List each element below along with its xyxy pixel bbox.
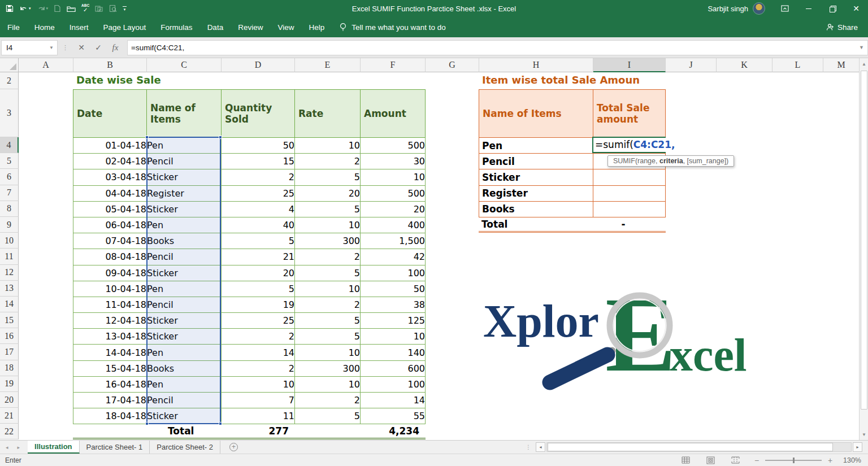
- print-preview-icon[interactable]: [109, 5, 117, 12]
- sheet-tab-parctice-sheet-2[interactable]: Parctice Sheet- 2: [150, 441, 220, 454]
- cell-B19[interactable]: 16-04-18: [73, 376, 147, 392]
- insert-function-button[interactable]: fx: [107, 40, 124, 55]
- cell-I8[interactable]: [593, 201, 666, 217]
- column-header-M[interactable]: M: [823, 58, 860, 72]
- cell-C19[interactable]: Pen: [147, 376, 222, 392]
- cell-D17[interactable]: 14: [222, 345, 295, 360]
- sheet-tab-parctice-sheet-1[interactable]: Parctice Sheet- 1: [80, 441, 150, 454]
- cell-F18[interactable]: 600: [361, 360, 426, 376]
- cell-D7[interactable]: 25: [222, 185, 295, 201]
- cell-E20[interactable]: 2: [295, 393, 361, 408]
- row-header-2[interactable]: 2: [0, 72, 19, 89]
- cell-D8[interactable]: 4: [222, 201, 295, 217]
- cell-H4[interactable]: Pen: [479, 138, 593, 154]
- cell-E7[interactable]: 20: [295, 185, 361, 201]
- vertical-scrollbar[interactable]: ▲ ▼: [859, 58, 868, 440]
- cell-F15[interactable]: 125: [361, 313, 426, 329]
- name-box[interactable]: I4 ▼: [1, 40, 58, 55]
- ribbon-tab-formulas[interactable]: Formulas: [153, 17, 199, 37]
- cell-F11[interactable]: 42: [361, 249, 426, 265]
- cell-F4[interactable]: 500: [361, 138, 426, 154]
- redo-dropdown-icon[interactable]: ▾: [46, 6, 49, 11]
- customize-qat-icon[interactable]: ▾: [123, 6, 127, 11]
- restore-button[interactable]: [821, 0, 844, 17]
- name-box-dropdown-icon[interactable]: ▼: [49, 45, 54, 50]
- zoom-in-button[interactable]: +: [824, 456, 836, 465]
- row-header-7[interactable]: 7: [0, 185, 19, 201]
- row-header-12[interactable]: 12: [0, 265, 19, 281]
- row-header-17[interactable]: 17: [0, 344, 19, 360]
- row-header-21[interactable]: 21: [0, 408, 19, 424]
- cell-B21[interactable]: 18-04-18: [73, 408, 147, 424]
- open-folder-icon[interactable]: [67, 5, 76, 12]
- page-break-view-icon[interactable]: [727, 456, 744, 464]
- cell-F17[interactable]: 140: [361, 345, 426, 360]
- ribbon-tab-page-layout[interactable]: Page Layout: [96, 17, 154, 37]
- cell-B9[interactable]: 06-04-18: [73, 217, 147, 233]
- cell-D20[interactable]: 7: [222, 393, 295, 408]
- cell-C16[interactable]: Sticker: [147, 329, 222, 345]
- cell-C4[interactable]: Pen: [147, 138, 222, 154]
- zoom-slider[interactable]: [765, 460, 822, 461]
- cell-E17[interactable]: 10: [295, 345, 361, 360]
- right-table-header-2[interactable]: Total Sale amount: [593, 90, 666, 138]
- row-header-19[interactable]: 19: [0, 376, 19, 392]
- cell-C5[interactable]: Pencil: [147, 154, 222, 169]
- cell-D18[interactable]: 2: [222, 360, 295, 376]
- tabstrip-resize-handle[interactable]: ⋮: [526, 444, 531, 450]
- cell-E11[interactable]: 2: [295, 249, 361, 265]
- zoom-out-button[interactable]: −: [750, 456, 763, 465]
- cell-H7[interactable]: Register: [479, 185, 593, 201]
- cell-B13[interactable]: 10-04-18: [73, 281, 147, 297]
- row-header-4[interactable]: 4: [0, 137, 19, 153]
- cell-F8[interactable]: 20: [361, 201, 426, 217]
- column-header-C[interactable]: C: [147, 58, 222, 72]
- column-header-H[interactable]: H: [479, 58, 593, 72]
- column-header-E[interactable]: E: [295, 58, 361, 72]
- cell-F6[interactable]: 10: [361, 169, 426, 185]
- horizontal-scrollbar[interactable]: [546, 442, 852, 452]
- cell-D21[interactable]: 11: [222, 408, 295, 424]
- cell-B8[interactable]: 05-04-18: [73, 201, 147, 217]
- formula-bar-expand-icon[interactable]: ▼: [856, 40, 868, 55]
- horizontal-scroll-thumb[interactable]: [548, 443, 833, 451]
- cell-B7[interactable]: 04-04-18: [73, 185, 147, 201]
- cell-C10[interactable]: Books: [147, 233, 222, 249]
- cell-F14[interactable]: 38: [361, 297, 426, 312]
- cell-H6[interactable]: Sticker: [479, 169, 593, 185]
- cell-D10[interactable]: 5: [222, 233, 295, 249]
- zoom-level[interactable]: 130%: [836, 456, 861, 464]
- cell-C18[interactable]: Books: [147, 360, 222, 376]
- column-header-I[interactable]: I: [593, 58, 666, 72]
- cell-B11[interactable]: 08-04-18: [73, 249, 147, 265]
- left-table-header-5[interactable]: Amount: [361, 90, 426, 138]
- share-button[interactable]: Share: [826, 23, 868, 32]
- cell-E5[interactable]: 2: [295, 154, 361, 169]
- cell-D12[interactable]: 20: [222, 265, 295, 281]
- normal-view-icon[interactable]: [677, 456, 694, 464]
- row-header-5[interactable]: 5: [0, 153, 19, 169]
- left-table-header-1[interactable]: Date: [73, 90, 147, 138]
- column-header-A[interactable]: A: [19, 58, 73, 72]
- sheet-tab-illustration[interactable]: Illustration: [28, 441, 79, 454]
- cell-B6[interactable]: 03-04-18: [73, 169, 147, 185]
- cell-D5[interactable]: 15: [222, 154, 295, 169]
- cell-E13[interactable]: 10: [295, 281, 361, 297]
- cell-B4[interactable]: 01-04-18: [73, 138, 147, 154]
- row-header-10[interactable]: 10: [0, 233, 19, 249]
- scroll-down-icon[interactable]: ▼: [860, 429, 868, 440]
- row-header-6[interactable]: 6: [0, 169, 19, 185]
- cell-B15[interactable]: 12-04-18: [73, 313, 147, 329]
- column-header-J[interactable]: J: [666, 58, 717, 72]
- column-header-D[interactable]: D: [222, 58, 295, 72]
- cell-D13[interactable]: 5: [222, 281, 295, 297]
- column-header-K[interactable]: K: [717, 58, 772, 72]
- column-header-F[interactable]: F: [361, 58, 426, 72]
- tell-me-box[interactable]: Tell me what you want to do: [332, 17, 454, 37]
- cell-B5[interactable]: 02-04-18: [73, 154, 147, 169]
- share-review-icon[interactable]: [95, 5, 103, 12]
- ribbon-tab-view[interactable]: View: [270, 17, 301, 37]
- row-header-9[interactable]: 9: [0, 217, 19, 233]
- scroll-up-icon[interactable]: ▲: [860, 58, 868, 69]
- cell-C8[interactable]: Sticker: [147, 201, 222, 217]
